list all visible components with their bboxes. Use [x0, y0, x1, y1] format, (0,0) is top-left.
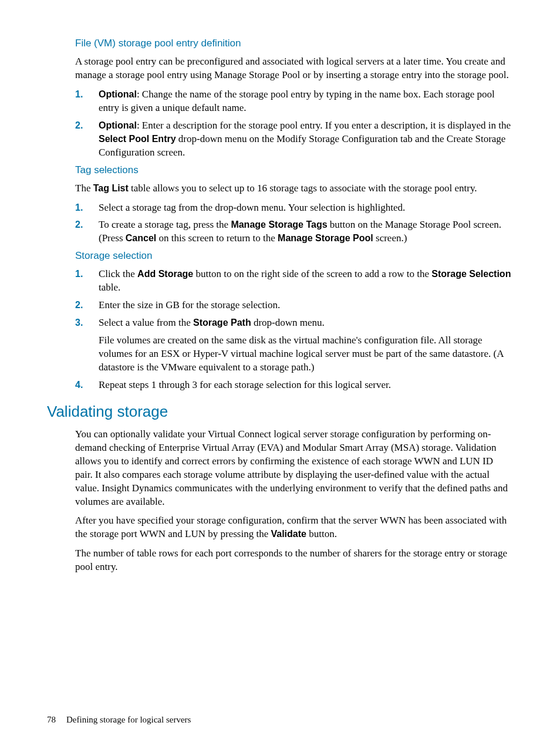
- page-number: 78: [47, 715, 56, 724]
- list-item: Click the Add Storage button to on the r…: [75, 268, 513, 295]
- footer-title: Defining storage for logical servers: [66, 715, 191, 724]
- bold-text: Storage Path: [193, 318, 251, 328]
- bold-text: Tag List: [93, 183, 129, 193]
- list-item: To create a storage tag, press the Manag…: [75, 218, 513, 245]
- bold-text: Storage Selection: [431, 269, 511, 279]
- paragraph: After you have specified your storage co…: [75, 514, 513, 541]
- list-item: Select a value from the Storage Path dro…: [75, 316, 513, 374]
- paragraph: The Tag List table allows you to select …: [75, 182, 513, 195]
- paragraph: File volumes are created on the same dis…: [99, 334, 513, 374]
- list-item: Optional: Change the name of the storage…: [75, 88, 513, 115]
- page-footer: 78Defining storage for logical servers: [47, 715, 191, 725]
- text: The: [75, 183, 93, 194]
- text: screen.): [373, 232, 407, 244]
- paragraph: The number of table rows for each port c…: [75, 547, 513, 574]
- bold-text: Select Pool Entry: [99, 134, 176, 144]
- paragraph: You can optionally validate your Virtual…: [75, 428, 513, 509]
- bold-text: Optional: [99, 89, 137, 99]
- heading-tag-selections: Tag selections: [75, 164, 513, 176]
- list-item: Select a storage tag from the drop-down …: [75, 201, 513, 215]
- heading-storage-selection: Storage selection: [75, 250, 513, 262]
- heading-file-vm-storage-pool: File (VM) storage pool entry definition: [75, 38, 513, 49]
- bold-text: Add Storage: [137, 269, 193, 279]
- text: button.: [306, 528, 337, 539]
- text: table.: [99, 282, 120, 293]
- text: Click the: [99, 268, 137, 279]
- text: To create a storage tag, press the: [99, 219, 231, 230]
- ordered-list: Optional: Change the name of the storage…: [75, 88, 513, 160]
- text: : Change the name of the storage pool en…: [99, 89, 495, 113]
- heading-validating-storage: Validating storage: [47, 403, 513, 421]
- text: button to on the right side of the scree…: [193, 268, 431, 279]
- text: : Enter a description for the storage po…: [137, 120, 511, 131]
- list-item: Repeat steps 1 through 3 for each storag…: [75, 379, 513, 392]
- bold-text: Validate: [271, 529, 306, 539]
- list-item: Enter the size in GB for the storage sel…: [75, 299, 513, 312]
- text: on this screen to return to the: [156, 232, 278, 244]
- text: drop-down menu.: [251, 317, 325, 328]
- ordered-list: Click the Add Storage button to on the r…: [75, 268, 513, 392]
- bold-text: Cancel: [126, 233, 156, 243]
- text: table allows you to select up to 16 stor…: [129, 183, 477, 194]
- bold-text: Optional: [99, 120, 137, 130]
- text: Select a value from the: [99, 317, 193, 328]
- list-item: Optional: Enter a description for the st…: [75, 119, 513, 160]
- ordered-list: Select a storage tag from the drop-down …: [75, 201, 513, 246]
- bold-text: Manage Storage Tags: [231, 220, 327, 229]
- paragraph: A storage pool entry can be preconfigure…: [75, 55, 513, 82]
- bold-text: Manage Storage Pool: [278, 233, 373, 243]
